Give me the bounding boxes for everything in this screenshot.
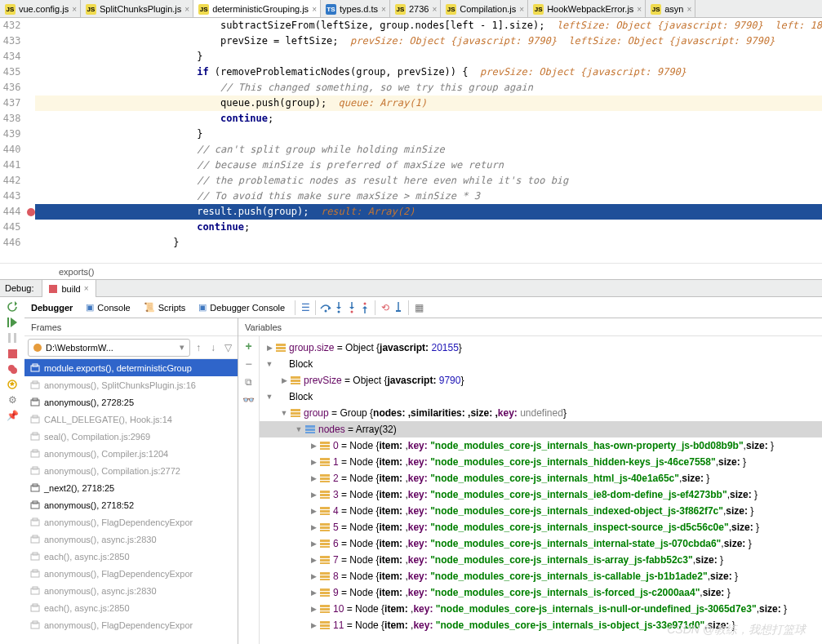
variable-row[interactable]: ▶8 = Node {item: ,key: "node_modules_cor… [260,568,822,584]
variable-row[interactable]: ▼Block [260,356,822,372]
thread-selector[interactable]: D:\WebstormW...▾ [28,339,190,357]
expand-arrow-icon[interactable]: ▶ [309,523,318,531]
code-line[interactable]: // the problematic nodes as result here … [35,173,822,189]
debug-config-tab[interactable]: build × [42,279,96,297]
remove-watch-icon[interactable]: − [242,358,255,371]
file-tab[interactable]: JSCompilation.js× [441,0,528,18]
code-editor[interactable]: 4324334344354364374384394404414424434444… [0,18,822,263]
stack-frame[interactable]: anonymous(), SplitChunksPlugin.js:16 [24,376,238,393]
variable-row[interactable]: ▶group.size = Object {javascript: 20155} [260,340,822,356]
tab-debugger-console[interactable]: ▣Debugger Console [192,302,291,313]
stack-frame[interactable]: _next2(), 2718:25 [24,479,238,496]
code-line[interactable]: } [35,127,822,142]
view-breakpoints-icon[interactable] [6,362,19,375]
variable-row[interactable]: ▼group = Group {nodes: ,similarities: ,s… [260,405,822,421]
stack-frame[interactable]: anonymous(), async.js:2830 [24,531,238,548]
force-step-into-icon[interactable] [345,301,358,314]
close-icon[interactable]: × [312,5,317,14]
prev-frame-icon[interactable]: ↑ [192,341,205,354]
close-icon[interactable]: × [637,5,642,14]
code-line[interactable]: prevSize = leftSize; prevSize: Object {j… [35,33,822,49]
breakpoint-icon[interactable] [27,208,35,216]
expand-arrow-icon[interactable]: ▶ [279,376,289,384]
stack-frame[interactable]: seal(), Compilation.js:2969 [24,428,238,445]
variable-row[interactable]: ▶5 = Node {item: ,key: "node_modules_cor… [260,519,822,535]
stack-frame[interactable]: anonymous(), FlagDependencyExpor [24,513,238,531]
code-line[interactable]: } [35,49,822,64]
stack-frame[interactable]: anonymous(), 2728:25 [24,393,238,411]
expand-arrow-icon[interactable]: ▶ [309,556,318,564]
expand-arrow-icon[interactable]: ▼ [279,409,289,417]
variable-row[interactable]: ▶4 = Node {item: ,key: "node_modules_cor… [260,503,822,519]
code-line[interactable]: continue; [35,220,822,235]
close-icon[interactable]: × [686,5,691,14]
variable-row[interactable]: ▼Block [260,389,822,405]
file-tab[interactable]: TStypes.d.ts× [321,0,390,18]
next-frame-icon[interactable]: ↓ [207,341,220,354]
code-line[interactable]: // This changed something, so we try thi… [35,80,822,95]
stack-frame[interactable]: CALL_DELEGATE(), Hook.js:14 [24,411,238,428]
expand-arrow-icon[interactable]: ▶ [309,621,318,629]
expand-arrow-icon[interactable]: ▶ [309,588,318,597]
variable-row[interactable]: ▶1 = Node {item: ,key: "node_modules_cor… [260,454,822,470]
breakpoint-gutter[interactable] [27,18,35,263]
expand-arrow-icon[interactable]: ▶ [309,540,318,548]
tab-debugger[interactable]: Debugger [24,303,79,313]
code-line[interactable]: } [35,235,822,251]
variable-row[interactable]: ▶3 = Node {item: ,key: "node_modules_cor… [260,486,822,503]
expand-arrow-icon[interactable]: ▶ [264,344,274,352]
expand-arrow-icon[interactable]: ▼ [294,425,304,433]
variable-row[interactable]: ▶10 = Node {item: ,key: "node_modules_co… [260,601,822,617]
stack-frame[interactable]: anonymous(), FlagDependencyExpor [24,565,238,582]
file-tab[interactable]: JSSplitChunksPlugin.js× [81,0,193,18]
evaluate-icon[interactable]: ▦ [412,301,425,314]
glasses-icon[interactable]: 👓 [242,393,255,406]
expand-arrow-icon[interactable]: ▶ [309,572,318,580]
resume-icon[interactable] [6,316,19,329]
expand-arrow-icon[interactable]: ▶ [309,474,318,482]
expand-arrow-icon[interactable]: ▼ [264,393,274,401]
step-out-icon[interactable] [358,301,371,314]
code-line[interactable]: result.push(group); result: Array(2) [35,204,822,220]
frames-list[interactable]: module.exports(), deterministicGroupanon… [24,359,238,644]
close-icon[interactable]: × [519,5,524,14]
rerun-icon[interactable] [6,300,19,313]
expand-arrow-icon[interactable]: ▶ [309,491,318,499]
expand-arrow-icon[interactable]: ▶ [309,458,318,466]
code-line[interactable]: // can't split group while holding minSi… [35,142,822,158]
expand-arrow-icon[interactable]: ▶ [309,507,318,515]
show-execution-point-icon[interactable]: ☰ [299,301,312,314]
variable-row[interactable]: ▶9 = Node {item: ,key: "node_modules_cor… [260,584,822,601]
file-tab[interactable]: JSasyn× [646,0,695,18]
expand-arrow-icon[interactable]: ▶ [309,605,318,613]
file-tab[interactable]: JSvue.config.js× [0,0,81,18]
stack-frame[interactable]: anonymous(), Compilation.js:2772 [24,462,238,479]
stop-icon[interactable] [6,347,19,360]
settings-icon[interactable]: ⚙ [6,393,19,406]
close-icon[interactable]: × [72,5,77,14]
file-tab[interactable]: JSHookWebpackError.js× [528,0,646,18]
filter-icon[interactable]: ▽ [221,341,234,354]
stack-frame[interactable]: anonymous(), FlagDependencyExpor [24,616,238,633]
pause-icon[interactable] [6,331,19,344]
code-line[interactable]: queue.push(group); queue: Array(1) [35,95,822,111]
variable-row[interactable]: ▼nodes = Array(32) [260,421,822,437]
variable-row[interactable]: ▶0 = Node {item: ,key: "node_modules_cor… [260,437,822,454]
stack-frame[interactable]: anonymous(), Compiler.js:1204 [24,445,238,462]
file-tab[interactable]: JSdeterministicGrouping.js× [193,0,321,18]
variable-row[interactable]: ▶prevSize = Object {javascript: 9790} [260,372,822,389]
stack-frame[interactable]: each(), async.js:2850 [24,599,238,616]
close-icon[interactable]: × [184,5,189,14]
step-over-icon[interactable] [319,301,332,314]
copy-icon[interactable]: ⧉ [242,375,255,389]
code-line[interactable]: subtractSizeFrom(leftSize, group.nodes[l… [35,18,822,33]
stack-frame[interactable]: anonymous(), async.js:2830 [24,582,238,599]
variable-row[interactable]: ▶2 = Node {item: ,key: "node_modules_cor… [260,470,822,486]
code-line[interactable]: continue; [35,111,822,127]
file-tab[interactable]: JS2736× [390,0,441,18]
pin-icon[interactable]: 📌 [6,409,19,422]
close-icon[interactable]: × [84,284,89,293]
mute-breakpoints-icon[interactable] [6,378,19,391]
variable-row[interactable]: ▶6 = Node {item: ,key: "node_modules_cor… [260,535,822,552]
tab-console[interactable]: ▣Console [79,302,136,313]
